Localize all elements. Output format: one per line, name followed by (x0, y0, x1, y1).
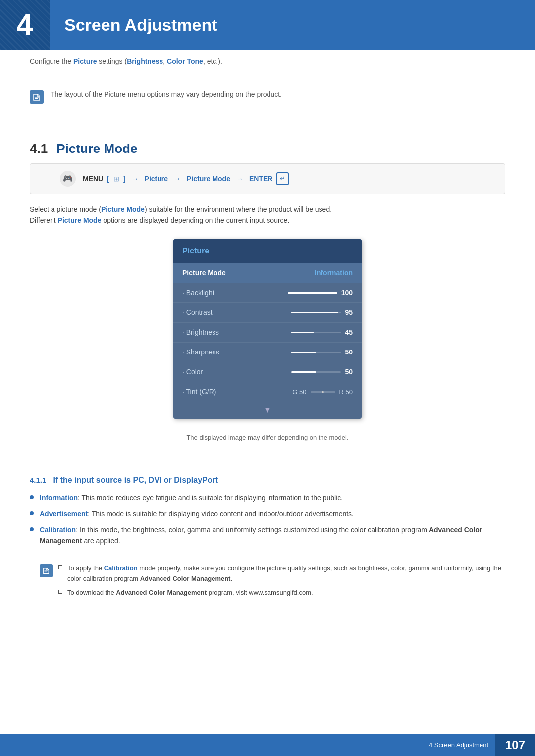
picture-menu-row-contrast: · Contrast 95 (173, 303, 362, 323)
arrow-1: → (132, 174, 139, 184)
section-41-heading: 4.1 Picture Mode (0, 124, 535, 163)
arrow-3: → (236, 174, 243, 184)
picture-menu-row-sharpness: · Sharpness 50 (173, 343, 362, 362)
header-strip: 4 Screen Adjustment (0, 0, 535, 50)
picture-menu-container: Picture Picture Mode Information · Backl… (0, 234, 535, 429)
list-item-information: Information: This mode reduces eye fatig… (30, 492, 505, 503)
sub-note-content: To apply the Calibration mode properly, … (58, 563, 505, 602)
page-title: Screen Adjustment (50, 12, 217, 38)
bullet-list: Information: This mode reduces eye fatig… (0, 492, 535, 559)
backlight-bar (288, 292, 337, 294)
footer: 4 Screen Adjustment 107 (0, 734, 535, 756)
menu-path: 🎮 MENU [ ⊞ ] → Picture → Picture Mode → … (30, 163, 505, 194)
scroll-down-arrow: ▼ (173, 402, 362, 419)
tint-values: G 50 R 50 (292, 387, 353, 397)
color-bar (291, 371, 341, 373)
bullet-dot-2 (30, 511, 34, 515)
note-text-1: The layout of the Picture menu options m… (51, 89, 282, 100)
picture-menu-row-tint: · Tint (G/R) G 50 R 50 (173, 382, 362, 402)
remote-icon: 🎮 (60, 171, 76, 187)
bullet-dot-3 (30, 527, 34, 531)
sub-bullet-2: To download the Advanced Color Managemen… (58, 588, 505, 598)
divider-2 (30, 459, 505, 459)
note-block-1: The layout of the Picture menu options m… (0, 79, 535, 114)
sub-bullet-box-1 (58, 565, 62, 569)
picture-menu-title: Picture (173, 239, 362, 263)
note-icon-1 (30, 90, 44, 104)
description-block: Select a picture mode (Picture Mode) sui… (0, 202, 535, 234)
picture-menu: Picture Picture Mode Information · Backl… (173, 239, 362, 419)
divider-1 (30, 119, 505, 119)
sub-note-icon (40, 564, 53, 577)
menu-item-picture-mode: Picture Mode (187, 174, 230, 184)
contrast-bar (291, 312, 341, 313)
picture-menu-header-row: Picture Mode Information (173, 263, 362, 283)
menu-item-enter: ENTER (249, 174, 272, 184)
section-411-heading: 4.1.1 If the input source is PC, DVI or … (0, 464, 535, 492)
brightness-bar (291, 332, 341, 333)
menu-bracket-close: ] (123, 174, 126, 184)
menu-grid-icon: ⊞ (113, 174, 119, 184)
picture-menu-row-backlight: · Backlight 100 (173, 283, 362, 303)
picture-menu-row-color: · Color 50 (173, 362, 362, 382)
sub-note-block: To apply the Calibration mode properly, … (40, 563, 505, 602)
list-item-advertisement: Advertisement: This mode is suitable for… (30, 508, 505, 519)
arrow-2: → (174, 174, 181, 184)
menu-bracket-open: [ (107, 174, 109, 184)
footer-page-number: 107 (495, 734, 535, 756)
sub-bullet-box-2 (58, 590, 62, 594)
menu-label: MENU (83, 174, 103, 184)
list-item-calibration: Calibration: In this mode, the brightnes… (30, 524, 505, 547)
caption-text: The displayed image may differ depending… (0, 429, 535, 454)
footer-text: 4 Screen Adjustment (0, 740, 495, 750)
sub-bullet-1: To apply the Calibration mode properly, … (58, 563, 505, 584)
chapter-number: 4 (0, 0, 50, 50)
sharpness-bar (291, 352, 341, 353)
bullet-dot-1 (30, 495, 34, 499)
picture-menu-row-brightness: · Brightness 45 (173, 323, 362, 343)
subtitle-bar: Configure the Picture settings (Brightne… (0, 50, 535, 74)
enter-icon: ↵ (276, 172, 289, 185)
menu-item-picture: Picture (145, 174, 168, 184)
